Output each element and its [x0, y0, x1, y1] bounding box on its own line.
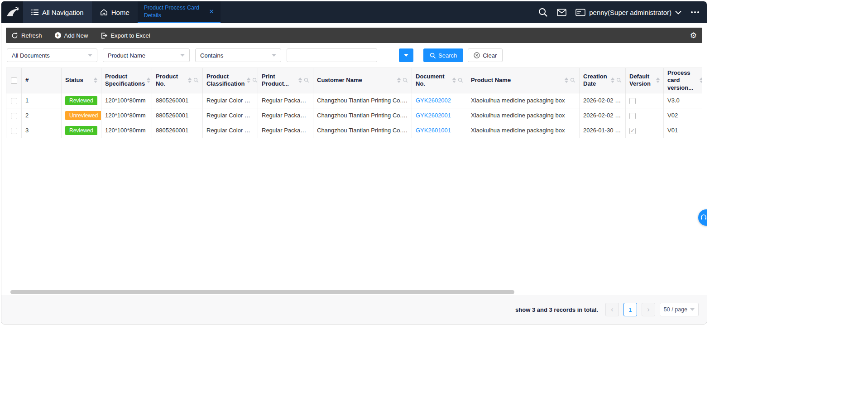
current-page-button[interactable]: 1	[623, 303, 637, 316]
col-header-label: Default Version	[629, 73, 654, 88]
col-header-product_no[interactable]: Product No.	[152, 68, 203, 93]
cell-spec: 120*100*80mm	[101, 108, 152, 123]
document-number-link[interactable]: GYK2602002	[416, 97, 451, 104]
page-size-value: 50 / page	[664, 306, 687, 313]
col-header-status[interactable]: Status	[62, 68, 101, 93]
table-row[interactable]: 3Reviewed120*100*80mm8805260001Regular C…	[6, 123, 703, 138]
col-header-label: Product Classification	[206, 73, 245, 88]
col-header-creation_date[interactable]: Creation Date	[580, 68, 626, 93]
col-header-index: #	[22, 68, 62, 93]
records-table: #StatusProduct SpecificationsProduct No.…	[6, 68, 702, 138]
column-filter-search-icon[interactable]	[403, 77, 408, 83]
headset-icon	[700, 214, 707, 221]
refresh-button[interactable]: Refresh	[11, 32, 42, 39]
tab-product-process-card-details[interactable]: Product Process Card Details ✕	[138, 1, 221, 23]
advanced-filter-toggle-button[interactable]	[399, 48, 413, 62]
refresh-label: Refresh	[21, 32, 42, 39]
row-select-checkbox[interactable]	[11, 113, 17, 119]
user-menu[interactable]: penny(Super administrator)	[575, 9, 681, 16]
all-navigation-label: All Navigation	[42, 9, 84, 16]
cell-product_no: 8805260001	[152, 123, 203, 138]
search-icon	[430, 53, 436, 58]
column-filter-search-icon[interactable]	[616, 77, 622, 83]
close-tab-icon[interactable]: ✕	[209, 8, 214, 15]
cell-creation_date: 2026-01-30 1...	[580, 123, 626, 138]
col-header-version[interactable]: Process card version...	[664, 68, 703, 93]
select-all-checkbox[interactable]	[11, 77, 17, 84]
global-search-icon[interactable]	[538, 7, 548, 17]
status-badge: Reviewed	[65, 126, 97, 135]
cell-sel	[6, 123, 22, 138]
app-logo[interactable]	[1, 1, 23, 23]
horizontal-scrollbar[interactable]	[6, 290, 702, 294]
table-row[interactable]: 1Reviewed120*100*80mm8805260001Regular C…	[6, 93, 703, 108]
sort-arrows-icon[interactable]	[611, 77, 614, 83]
grid-settings-gear-icon[interactable]: ⚙	[690, 32, 697, 39]
default-version-checkbox[interactable]	[629, 128, 636, 134]
col-header-classification[interactable]: Product Classification	[203, 68, 258, 93]
cell-sel	[6, 108, 22, 123]
operator-select[interactable]: Contains	[195, 48, 281, 62]
more-options-icon[interactable]	[691, 11, 700, 13]
column-filter-search-icon[interactable]	[304, 77, 309, 83]
col-header-spec[interactable]: Product Specifications	[101, 68, 152, 93]
document-scope-select[interactable]: All Documents	[7, 48, 97, 62]
sort-arrows-icon[interactable]	[656, 77, 660, 83]
cell-classification: Regular Color Box	[203, 93, 258, 108]
sort-arrows-icon[interactable]	[397, 77, 401, 83]
mail-icon[interactable]	[557, 9, 566, 16]
cell-customer: Changzhou Tiantian Printing Co., ...	[313, 123, 412, 138]
cell-default_version	[626, 93, 664, 108]
row-select-checkbox[interactable]	[11, 128, 17, 134]
default-version-checkbox[interactable]	[629, 98, 636, 104]
sort-arrows-icon[interactable]	[452, 77, 456, 83]
all-navigation-button[interactable]: All Navigation	[23, 1, 92, 23]
sort-arrows-icon[interactable]	[298, 77, 302, 83]
col-header-product_name[interactable]: Product Name	[467, 68, 580, 93]
filter-bar: All Documents Product Name Contains Sear…	[1, 43, 707, 68]
prev-page-button[interactable]: ‹	[605, 303, 619, 316]
default-version-checkbox[interactable]	[629, 113, 636, 119]
field-select[interactable]: Product Name	[103, 48, 190, 62]
sort-arrows-icon[interactable]	[147, 77, 150, 83]
clear-button[interactable]: Clear	[468, 48, 503, 62]
sort-arrows-icon[interactable]	[565, 77, 568, 83]
cell-version: V02	[664, 108, 703, 123]
chevron-down-icon	[272, 54, 276, 57]
column-filter-search-icon[interactable]	[458, 77, 463, 83]
col-header-default_version[interactable]: Default Version	[626, 68, 664, 93]
add-new-button[interactable]: + Add New	[55, 32, 88, 39]
export-label: Export to Excel	[110, 32, 150, 39]
next-page-button[interactable]: ›	[642, 303, 655, 316]
sort-arrows-icon[interactable]	[94, 77, 97, 83]
cell-print_product: Regular Packagi...	[258, 93, 313, 108]
scrollbar-thumb[interactable]	[10, 290, 514, 294]
cell-product_no: 8805260001	[152, 93, 203, 108]
export-to-excel-button[interactable]: Export to Excel	[101, 32, 150, 39]
sort-arrows-icon[interactable]	[700, 77, 702, 83]
row-select-checkbox[interactable]	[11, 98, 17, 104]
search-button[interactable]: Search	[423, 48, 463, 62]
column-filter-search-icon[interactable]	[193, 77, 199, 83]
chevron-down-icon	[690, 308, 695, 311]
col-header-select	[6, 68, 22, 93]
sort-arrows-icon[interactable]	[247, 77, 250, 83]
home-button[interactable]: Home	[92, 1, 138, 23]
document-number-link[interactable]: GYK2601001	[416, 127, 451, 134]
cell-status: Reviewed	[62, 123, 101, 138]
col-header-print_product[interactable]: Print Product...	[258, 68, 313, 93]
page-size-select[interactable]: 50 / page	[660, 303, 699, 316]
col-header-document_no[interactable]: Document No.	[412, 68, 467, 93]
cell-document_no: GYK2602001	[412, 108, 467, 123]
col-header-label: Process card version...	[667, 69, 698, 92]
cell-creation_date: 2026-02-02 1...	[580, 108, 626, 123]
column-filter-search-icon[interactable]	[252, 77, 258, 83]
sort-arrows-icon[interactable]	[188, 77, 192, 83]
col-header-customer[interactable]: Customer Name	[313, 68, 412, 93]
refresh-icon	[11, 32, 18, 39]
keyword-input[interactable]	[287, 48, 377, 62]
column-filter-search-icon[interactable]	[570, 77, 575, 83]
document-number-link[interactable]: GYK2602001	[416, 112, 451, 119]
cell-spec: 120*100*80mm	[101, 93, 152, 108]
table-row[interactable]: 2Unreviewed120*100*80mm8805260001Regular…	[6, 108, 703, 123]
